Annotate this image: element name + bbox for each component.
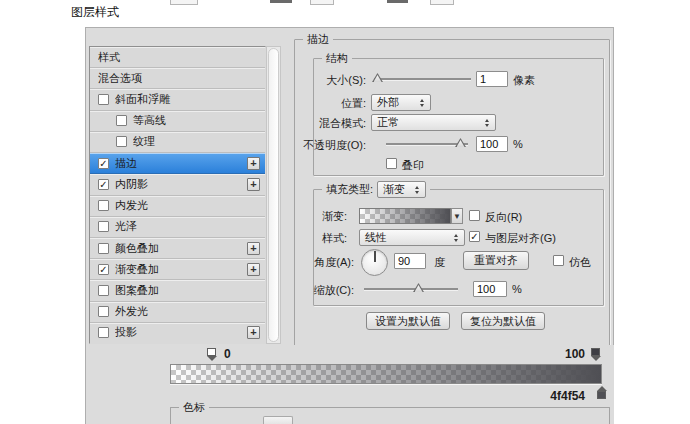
sidebar-item-pattern-overlay[interactable]: 图案叠加 <box>90 280 265 301</box>
gradient-style-dropdown[interactable]: 线性 <box>359 229 465 246</box>
texture-checkbox[interactable] <box>116 136 127 147</box>
sidebar-item-label: 斜面和浮雕 <box>115 92 260 107</box>
angle-label: 角度(A): <box>314 255 354 270</box>
align-with-layer-checkbox[interactable]: ✓ <box>469 231 480 242</box>
color-stop[interactable] <box>596 386 607 399</box>
sidebar-item-label: 外发光 <box>115 304 260 319</box>
dither-label: 仿色 <box>569 255 591 270</box>
sidebar-item-label: 图案叠加 <box>115 283 260 298</box>
angle-input[interactable] <box>394 253 426 269</box>
inner-shadow-checkbox[interactable]: ✓ <box>98 179 109 190</box>
layer-style-dialog: 样式 混合选项 斜面和浮雕 等高线 纹理 ✓ 描边 + <box>85 27 614 424</box>
size-slider-track[interactable] <box>374 78 471 80</box>
left-stop-value: 0 <box>224 347 231 361</box>
sidebar-item-outer-glow[interactable]: 外发光 <box>90 302 265 323</box>
inner-glow-checkbox[interactable] <box>98 200 109 211</box>
fill-type-label: 填充类型: <box>326 183 373 196</box>
make-default-button[interactable]: 设置为默认值 <box>366 312 450 330</box>
size-input[interactable] <box>476 71 508 87</box>
sidebar-item-inner-shadow[interactable]: ✓ 内阴影 + <box>90 174 265 195</box>
add-drop-shadow-effect-button[interactable]: + <box>247 326 260 339</box>
scale-input[interactable] <box>473 281 507 297</box>
color-stop-hex-value: 4f4f54 <box>507 389 585 403</box>
color-stop-chip <box>597 391 606 399</box>
scrollbar-thumb[interactable] <box>268 48 279 342</box>
updown-arrows-icon <box>420 97 426 109</box>
overprint-checkbox[interactable] <box>386 158 397 169</box>
sidebar-item-stroke[interactable]: ✓ 描边 + <box>90 153 265 174</box>
stops-group-title: 色标 <box>179 401 209 414</box>
reverse-label: 反向(R) <box>485 210 522 225</box>
add-stroke-effect-button[interactable]: + <box>247 157 260 170</box>
drop-shadow-checkbox[interactable] <box>98 327 109 338</box>
opacity-stop-box <box>207 348 216 356</box>
blend-mode-dropdown-value: 正常 <box>377 115 399 130</box>
add-inner-shadow-effect-button[interactable]: + <box>247 178 260 191</box>
sidebar-item-gradient-overlay[interactable]: ✓ 渐变叠加 + <box>90 259 265 280</box>
fill-type-legend: 填充类型: 渐变 <box>322 181 430 198</box>
opacity-stop-left[interactable] <box>206 348 217 361</box>
size-label: 大小(S): <box>326 73 366 88</box>
background-ui-fragment <box>170 0 198 5</box>
satin-checkbox[interactable] <box>98 221 109 232</box>
sidebar-item-label: 颜色叠加 <box>115 241 241 256</box>
sidebar-item-inner-glow[interactable]: 内发光 <box>90 196 265 217</box>
blend-mode-dropdown[interactable]: 正常 <box>371 114 496 131</box>
scale-slider-track[interactable] <box>364 288 458 290</box>
reset-alignment-button[interactable]: 重置对齐 <box>463 251 529 270</box>
size-unit-label: 像素 <box>513 73 535 88</box>
angle-unit-label: 度 <box>434 255 445 270</box>
style-list: 样式 混合选项 斜面和浮雕 等高线 纹理 ✓ 描边 + <box>89 46 266 344</box>
stops-group: 色标 <box>170 407 610 424</box>
sidebar-item-label: 描边 <box>115 156 241 171</box>
background-ui-fragment <box>270 0 292 3</box>
sidebar-item-drop-shadow[interactable]: 投影 + <box>90 323 265 343</box>
dither-checkbox[interactable] <box>553 255 564 266</box>
color-overlay-checkbox[interactable] <box>98 243 109 254</box>
opacity-stop-pointer-icon <box>591 356 601 361</box>
opacity-stop-right[interactable] <box>590 348 601 361</box>
add-color-overlay-effect-button[interactable]: + <box>247 242 260 255</box>
pattern-overlay-checkbox[interactable] <box>98 285 109 296</box>
sidebar-item-label: 内阴影 <box>115 177 241 192</box>
fill-type-dropdown[interactable]: 渐变 <box>377 181 426 198</box>
sidebar-item-bevel-emboss[interactable]: 斜面和浮雕 <box>90 89 265 110</box>
screenshot-root: 图层样式 样式 混合选项 斜面和浮雕 等高线 纹理 ✓ <box>0 0 690 424</box>
sidebar-item-label: 样式 <box>98 50 260 65</box>
sidebar-item-styles[interactable]: 样式 <box>90 47 265 68</box>
gradient-preview-bar[interactable] <box>170 364 602 384</box>
background-ui-fragment <box>387 0 408 3</box>
structure-group-title: 结构 <box>322 52 352 65</box>
stroke-group-title: 描边 <box>303 33 333 46</box>
gradient-swatch-arrow-button[interactable]: ▼ <box>451 208 463 224</box>
sidebar-item-texture[interactable]: 纹理 <box>90 132 265 153</box>
fill-type-group: 填充类型: 渐变 <box>313 189 604 306</box>
angle-dial[interactable] <box>361 249 388 276</box>
right-stop-value: 100 <box>527 347 585 361</box>
gradient-swatch[interactable] <box>359 208 451 224</box>
add-gradient-overlay-effect-button[interactable]: + <box>247 263 260 276</box>
outer-glow-checkbox[interactable] <box>98 306 109 317</box>
contour-checkbox[interactable] <box>116 115 127 126</box>
gradient-style-label: 样式: <box>322 231 347 246</box>
sidebar-item-blending-options[interactable]: 混合选项 <box>90 68 265 89</box>
opacity-input[interactable] <box>476 136 508 152</box>
bevel-emboss-checkbox[interactable] <box>98 94 109 105</box>
sidebar-item-label: 光泽 <box>115 219 260 234</box>
sidebar-item-satin[interactable]: 光泽 <box>90 217 265 238</box>
sidebar-item-color-overlay[interactable]: 颜色叠加 + <box>90 238 265 259</box>
sidebar-item-label: 混合选项 <box>98 71 260 86</box>
gradient-overlay-checkbox[interactable]: ✓ <box>98 264 109 275</box>
reset-default-button[interactable]: 复位为默认值 <box>461 312 545 330</box>
position-dropdown[interactable]: 外部 <box>371 94 431 111</box>
sidebar-item-label: 渐变叠加 <box>115 262 241 277</box>
stroke-checkbox[interactable]: ✓ <box>98 158 109 169</box>
gradient-editor-strip: 0 100 4f4f54 色标 <box>87 345 614 424</box>
opacity-stop-pointer-icon <box>207 356 217 361</box>
sidebar-item-contour[interactable]: 等高线 <box>90 111 265 132</box>
angle-dial-needle-icon <box>374 251 376 262</box>
updown-arrows-icon <box>454 232 460 244</box>
reverse-checkbox[interactable] <box>469 210 480 221</box>
style-list-scrollbar[interactable] <box>266 46 281 344</box>
opacity-slider-track[interactable] <box>386 143 468 145</box>
